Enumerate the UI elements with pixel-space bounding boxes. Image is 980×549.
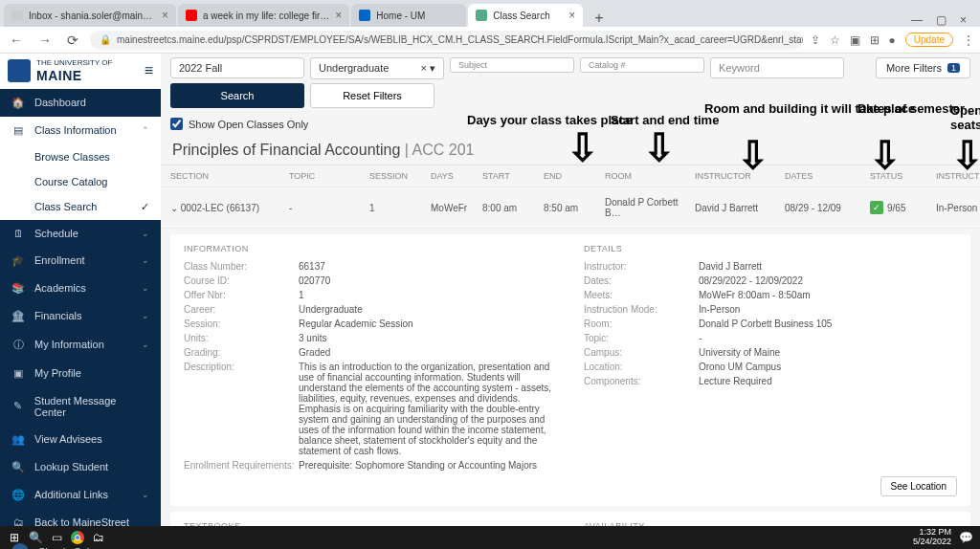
sidebar-item-browse-classes[interactable]: Browse Classes (0, 144, 161, 169)
sidebar-item-my-profile[interactable]: ▣My Profile (0, 360, 161, 387)
availability-heading: AVAILABILITY (584, 521, 957, 526)
start-icon[interactable]: ⊞ (4, 529, 25, 546)
label: Location: (584, 362, 699, 372)
label: Campus: (584, 347, 699, 358)
reset-button[interactable]: Reset Filters (310, 83, 434, 108)
file-explorer-icon[interactable]: 🗂 (88, 529, 109, 546)
tab-title: Home - UM (376, 11, 458, 21)
sidebar-item-dashboard[interactable]: 🏠Dashboard (0, 89, 161, 117)
sidebar-label: Schedule (34, 228, 78, 239)
sidebar-item-financials[interactable]: 🏦Financials⌄ (0, 302, 161, 330)
col-instructor: INSTRUCTOR (695, 171, 781, 181)
search-person-icon: 🔍 (11, 461, 25, 473)
sidebar-item-lookup-student[interactable]: 🔍Lookup Student (0, 453, 161, 481)
button-row: Search Reset Filters (161, 79, 980, 112)
col-room: ROOM (605, 171, 691, 181)
catalog-input[interactable]: Catalog # (580, 57, 704, 73)
close-icon[interactable]: × (568, 9, 575, 22)
textbooks-heading: TEXTBOOKS (184, 521, 557, 526)
sidebar-label: My Information (34, 339, 104, 350)
expand-section[interactable]: ⌄ 0002-LEC (66137) (170, 203, 285, 213)
update-button[interactable]: Update (905, 33, 953, 47)
task-view-icon[interactable]: ▭ (46, 529, 67, 546)
sidebar-item-additional-links[interactable]: 🌐Additional Links⌄ (0, 481, 161, 509)
value: Undergraduate (299, 304, 557, 315)
textbooks-availability-card: TEXTBOOKS . Textbook Link AVAILABILITY S… (170, 512, 970, 526)
browser-tab[interactable]: Home - UM (351, 4, 466, 27)
cast-icon[interactable]: ▣ (850, 33, 860, 47)
class-row[interactable]: ⌄ 0002-LEC (66137) - 1 MoWeFr 8:00 am 8:… (161, 187, 980, 229)
more-filters-button[interactable]: More Filters1 (876, 57, 970, 78)
sidebar-label: Academics (34, 282, 86, 294)
sidebar-label: Student Message Center (34, 395, 149, 418)
textbooks-column: TEXTBOOKS . Textbook Link (170, 512, 570, 526)
see-location-button[interactable]: See Location (880, 476, 957, 496)
label: Description: (184, 362, 299, 456)
subject-input[interactable]: Subject (450, 57, 574, 73)
close-icon[interactable]: × (162, 9, 168, 22)
menu-icon[interactable]: ⋮ (963, 33, 974, 47)
lock-icon: 🔒 (100, 34, 111, 45)
tab-title: a week in my life: college fir… (203, 11, 329, 21)
calendar-icon: 🗓 (11, 228, 25, 239)
chevron-down-icon: ⌄ (142, 340, 149, 349)
sidebar-item-message-center[interactable]: ✎Student Message Center (0, 387, 161, 426)
section-value: 0002-LEC (66137) (181, 203, 259, 213)
reload-icon[interactable]: ⟳ (63, 31, 82, 50)
sidebar-item-course-catalog[interactable]: Course Catalog (0, 169, 161, 194)
checkbox-label: Show Open Classes Only (189, 119, 308, 130)
close-icon[interactable]: × (960, 13, 967, 27)
dates-value: 08/29 - 12/09 (785, 203, 866, 213)
value: University of Maine (699, 347, 957, 358)
value: MoWeFr 8:00am - 8:50am (699, 290, 957, 300)
sidebar-item-view-advisees[interactable]: 👥View Advisees (0, 426, 161, 453)
term-select[interactable]: 2022 Fall (170, 57, 304, 78)
brand-small-text: THE UNIVERSITY OF (36, 59, 112, 68)
open-classes-checkbox[interactable] (170, 118, 183, 130)
sidebar-item-academics[interactable]: 📚Academics⌄ (0, 274, 161, 302)
sidebar-item-schedule[interactable]: 🗓Schedule⌄ (0, 220, 161, 247)
career-select[interactable]: Undergraduate × ▾ (310, 57, 444, 79)
taskbar-clock[interactable]: 1:32 PM 5/24/2022 (913, 528, 955, 547)
browser-tab[interactable]: a week in my life: college fir…× (178, 4, 349, 27)
sidebar-item-class-info[interactable]: ▤Class Information⌃ (0, 117, 161, 144)
sidebar-label: Class Information (34, 124, 117, 136)
maximize-icon[interactable]: ▢ (936, 13, 947, 27)
label: Career: (184, 304, 299, 315)
status-value: ✓9/65 (870, 201, 932, 214)
forward-icon[interactable]: → (34, 31, 56, 50)
brand-logo-area: THE UNIVERSITY OF MAINE ≡ (0, 54, 161, 89)
share-icon[interactable]: ⇪ (811, 33, 820, 47)
minimize-icon[interactable]: — (911, 13, 923, 27)
col-days: DAYS (431, 171, 479, 181)
filter-row: 2022 Fall Undergraduate × ▾ Subject Cata… (161, 54, 980, 79)
label: Room: (584, 318, 699, 329)
new-tab-button[interactable]: + (585, 10, 612, 27)
keyword-input[interactable]: Keyword (710, 57, 844, 78)
chrome-taskbar-icon[interactable] (67, 529, 88, 546)
results-table-header: SECTION TOPIC SESSION DAYS START END ROO… (161, 165, 980, 187)
close-icon[interactable]: × (335, 9, 342, 22)
url-input[interactable]: 🔒mainestreetcs.maine.edu/psp/CSPRDST/EMP… (90, 31, 803, 50)
star-icon[interactable]: ☆ (830, 33, 840, 47)
chevron-down-icon: ⌄ (142, 283, 149, 293)
end-value: 8:50 am (544, 203, 601, 213)
browser-tab[interactable]: Inbox - shania.soler@maine.edu× (4, 4, 176, 27)
sidebar-item-enrollment[interactable]: 🎓Enrollment⌄ (0, 247, 161, 274)
back-icon[interactable]: ← (6, 31, 27, 50)
search-icon[interactable]: 🔍 (25, 529, 46, 546)
extension-icon[interactable]: ⊞ (870, 33, 880, 47)
notifications-icon[interactable]: 💬 (955, 529, 976, 546)
edit-icon: ✎ (11, 400, 25, 412)
course-title: Principles of Financial Accounting | ACC… (161, 136, 980, 165)
sidebar-item-class-search[interactable]: Class Search✓ (0, 194, 161, 220)
search-button[interactable]: Search (170, 83, 304, 108)
extension-icon[interactable]: ● (889, 33, 896, 47)
info-icon: ⓘ (11, 338, 25, 352)
browser-tab-active[interactable]: Class Search× (468, 4, 583, 27)
label: Instruction Mode: (584, 304, 699, 315)
col-end: END (544, 171, 601, 181)
menu-icon[interactable]: ≡ (145, 62, 153, 79)
sidebar-item-my-information[interactable]: ⓘMy Information⌄ (0, 330, 161, 360)
home-icon: 🏠 (11, 97, 25, 109)
